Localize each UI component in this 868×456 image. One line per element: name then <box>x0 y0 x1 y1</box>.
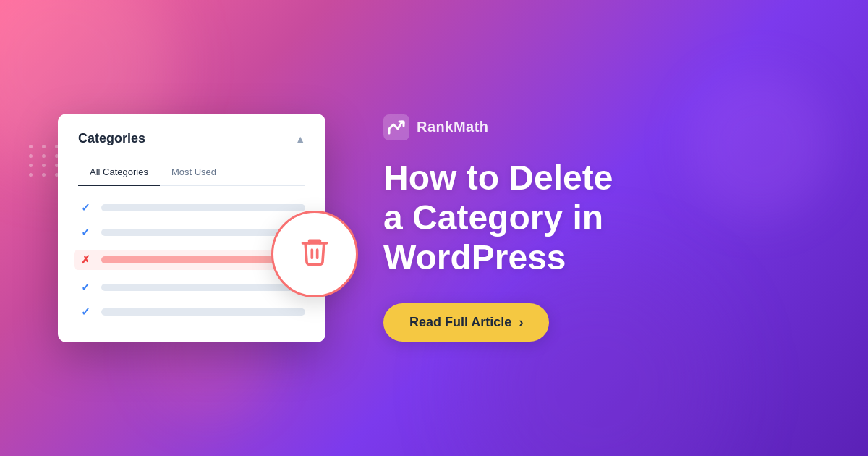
wp-categories-card: Categories ▲ All Categories Most Used ✓ <box>58 114 326 342</box>
right-content: RankMath How to Delete a Category in Wor… <box>326 114 810 342</box>
x-icon: ✗ <box>78 253 93 267</box>
check-icon: ✓ <box>78 225 93 240</box>
check-icon: ✓ <box>78 305 93 319</box>
brand-name: RankMath <box>417 119 489 135</box>
card-title: Categories <box>78 131 145 146</box>
collapse-icon[interactable]: ▲ <box>295 133 305 145</box>
left-panel: Categories ▲ All Categories Most Used ✓ <box>58 114 326 342</box>
tab-most-used[interactable]: Most Used <box>160 161 228 186</box>
check-icon: ✓ <box>78 200 93 215</box>
page-background: Categories ▲ All Categories Most Used ✓ <box>0 0 868 456</box>
cta-arrow-icon: › <box>519 315 523 330</box>
read-full-article-button[interactable]: Read Full Article › <box>383 303 549 342</box>
check-icon: ✓ <box>78 280 93 295</box>
cta-label: Read Full Article <box>409 315 511 330</box>
tab-all-categories[interactable]: All Categories <box>78 161 160 186</box>
headline: How to Delete a Category in WordPress <box>383 158 810 278</box>
row-bar <box>101 308 305 316</box>
card-header: Categories ▲ <box>78 131 305 146</box>
category-tabs: All Categories Most Used <box>78 161 305 186</box>
rankmath-logo-icon <box>383 114 409 140</box>
brand: RankMath <box>383 114 810 140</box>
category-row: ✓ <box>78 305 305 319</box>
